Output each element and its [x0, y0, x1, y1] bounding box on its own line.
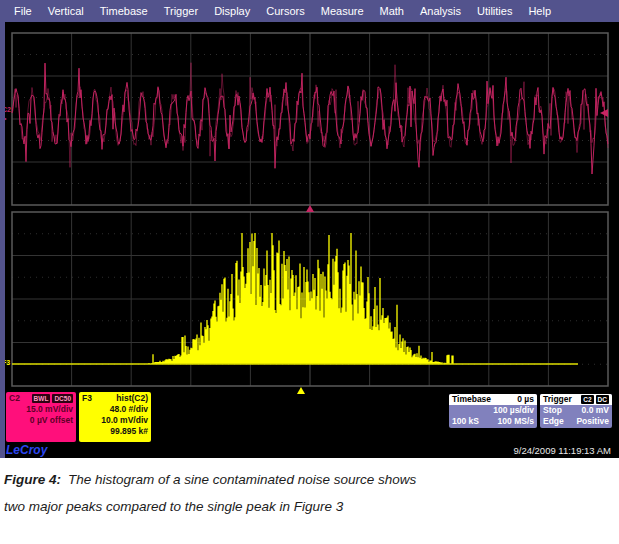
f3-function-label: hist(C2) — [116, 393, 148, 404]
f3-descriptor-box[interactable]: F3 hist(C2) 48.0 #/div 10.0 mV/div 99.89… — [79, 392, 151, 442]
datetime-status: 9/24/2009 11:19:13 AM — [513, 445, 611, 456]
timebase-rate: 100 MS/s — [498, 416, 534, 427]
trigger-coupling-badge: DC — [596, 395, 609, 404]
menu-trigger[interactable]: Trigger — [156, 5, 206, 17]
trigger-level: 0.0 mV — [582, 405, 609, 416]
c2-volts-per-div: 15.0 mV/div — [9, 404, 73, 415]
f3-population: 99.895 k# — [82, 426, 148, 437]
trigger-type: Edge — [543, 416, 564, 427]
lecroy-logo: LeCroy — [6, 443, 47, 457]
timebase-per-div: 100 µs/div — [493, 405, 534, 416]
f3-trace-label: F3 — [82, 393, 92, 404]
oscilloscope-window: File Vertical Timebase Trigger Display C… — [0, 0, 619, 458]
histogram-center-marker[interactable] — [297, 387, 305, 394]
timebase-box[interactable]: Timebase 0 µs 100 µs/div 100 kS 100 MS/s — [449, 394, 537, 428]
trigger-source-badges: C2 DC — [579, 395, 609, 404]
screenshot-root: File Vertical Timebase Trigger Display C… — [0, 0, 619, 544]
c2-offset: 0 µV offset — [9, 415, 73, 426]
menu-timebase[interactable]: Timebase — [92, 5, 156, 17]
c2-coupling-badges: BWL DC50 — [30, 394, 73, 403]
menu-help[interactable]: Help — [520, 5, 559, 17]
menu-utilities[interactable]: Utilities — [469, 5, 520, 17]
trigger-box[interactable]: Trigger C2 DC Stop 0.0 mV Edge Positive — [540, 394, 612, 428]
f3-mv-per-div: 10.0 mV/div — [82, 415, 148, 426]
trigger-slope: Positive — [576, 416, 609, 427]
f3-counts-per-div: 48.0 #/div — [82, 404, 148, 415]
trigger-time-marker[interactable] — [306, 205, 314, 212]
c2-dc50-badge: DC50 — [52, 394, 73, 403]
menu-cursors[interactable]: Cursors — [258, 5, 313, 17]
caption-text: The histogram of a sine contaminated noi… — [4, 472, 416, 514]
trigger-label: Trigger — [543, 394, 572, 405]
menu-measure[interactable]: Measure — [313, 5, 372, 17]
menu-file[interactable]: File — [6, 5, 40, 17]
timebase-samples: 100 kS — [452, 416, 479, 427]
window-left-border — [0, 22, 5, 458]
trigger-mode: Stop — [543, 405, 562, 416]
menu-display[interactable]: Display — [206, 5, 258, 17]
timebase-delay: 0 µs — [517, 394, 534, 405]
c2-channel-label: C2 — [9, 393, 20, 404]
c2-bwl-badge: BWL — [32, 394, 51, 403]
c2-descriptor-box[interactable]: C2 BWL DC50 15.0 mV/div 0 µV offset — [6, 392, 76, 442]
caption-label: Figure 4: — [4, 472, 61, 487]
scope-screen: C2F3 C2 BWL DC50 15.0 mV/div 0 µV offset… — [0, 22, 619, 458]
menu-math[interactable]: Math — [372, 5, 412, 17]
trigger-source-badge: C2 — [581, 395, 593, 404]
menu-bar: File Vertical Timebase Trigger Display C… — [0, 0, 619, 22]
menu-analysis[interactable]: Analysis — [412, 5, 469, 17]
timebase-label: Timebase — [452, 394, 491, 405]
figure-caption: Figure 4:The histogram of a sine contami… — [0, 458, 619, 544]
menu-vertical[interactable]: Vertical — [40, 5, 92, 17]
